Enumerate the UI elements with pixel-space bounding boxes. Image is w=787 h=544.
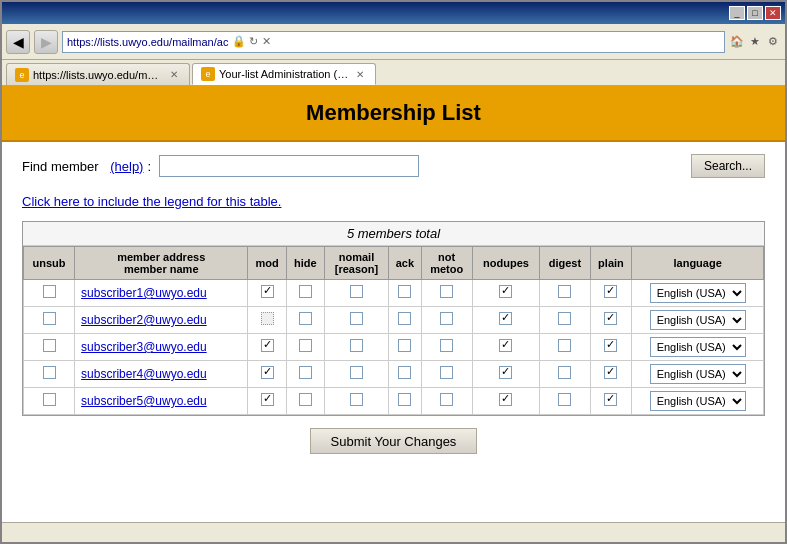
checkbox[interactable]: ✓ — [499, 393, 512, 406]
member-email-link[interactable]: subscriber5@uwyo.edu — [81, 394, 207, 408]
col-ack: ack — [389, 247, 421, 280]
search-label: Find member — [22, 159, 99, 174]
checkbox[interactable] — [43, 285, 56, 298]
browser-window: _ □ ✕ ◀ ▶ https://lists.uwyo.edu/mailman… — [0, 0, 787, 544]
checkbox[interactable]: ✓ — [261, 339, 274, 352]
settings-icon[interactable]: ⚙ — [765, 34, 781, 50]
member-email-link[interactable]: subscriber3@uwyo.edu — [81, 340, 207, 354]
checkbox[interactable] — [398, 393, 411, 406]
tab-2-close[interactable]: ✕ — [353, 67, 367, 81]
submit-row: Submit Your Changes — [2, 416, 785, 466]
checkbox[interactable]: ✓ — [499, 366, 512, 379]
address-icons-inline: 🔒 ↻ ✕ — [232, 35, 270, 48]
member-email-link[interactable]: subscriber4@uwyo.edu — [81, 367, 207, 381]
checkbox[interactable]: ✓ — [261, 393, 274, 406]
checkbox[interactable]: ✓ — [499, 285, 512, 298]
search-left: Find member (help) : — [22, 155, 419, 177]
table-row: subscriber2@uwyo.edu✓✓English (USA) — [24, 307, 764, 334]
member-email-link[interactable]: subscriber2@uwyo.edu — [81, 313, 207, 327]
checkbox[interactable] — [398, 339, 411, 352]
checkbox[interactable]: ✓ — [604, 312, 617, 325]
checkbox[interactable]: ✓ — [499, 339, 512, 352]
checkbox[interactable] — [440, 312, 453, 325]
submit-button[interactable]: Submit Your Changes — [310, 428, 478, 454]
checkbox[interactable] — [299, 393, 312, 406]
page-title: Membership List — [16, 100, 771, 126]
table-row: subscriber4@uwyo.edu✓✓✓English (USA) — [24, 361, 764, 388]
tab-1[interactable]: e https://lists.uwyo.edu/mailman/ac ✕ — [6, 63, 190, 85]
forward-button[interactable]: ▶ — [34, 30, 58, 54]
back-button[interactable]: ◀ — [6, 30, 30, 54]
checkbox[interactable] — [299, 285, 312, 298]
checkbox[interactable]: ✓ — [499, 312, 512, 325]
col-hide: hide — [286, 247, 324, 280]
search-row: Find member (help) : Search... — [2, 142, 785, 190]
checkbox[interactable] — [558, 312, 571, 325]
address-bar-input[interactable]: https://lists.uwyo.edu/mailman/ac 🔒 ↻ ✕ — [62, 31, 725, 53]
language-select[interactable]: English (USA) — [650, 391, 746, 411]
language-select[interactable]: English (USA) — [650, 283, 746, 303]
checkbox[interactable] — [43, 312, 56, 325]
checkbox[interactable] — [398, 312, 411, 325]
language-select[interactable]: English (USA) — [650, 337, 746, 357]
tab-1-close[interactable]: ✕ — [167, 68, 181, 82]
col-mod: mod — [248, 247, 287, 280]
maximize-button[interactable]: □ — [747, 6, 763, 20]
tab-2-icon: e — [201, 67, 215, 81]
title-bar-buttons[interactable]: _ □ ✕ — [729, 6, 781, 20]
checkbox[interactable] — [440, 285, 453, 298]
checkbox[interactable]: ✓ — [261, 285, 274, 298]
checkbox[interactable]: ✓ — [604, 339, 617, 352]
search-input[interactable] — [159, 155, 419, 177]
tab-2-label: Your-list Administration (M... — [219, 68, 349, 80]
browser-action-icons[interactable]: 🏠 ★ ⚙ — [729, 34, 781, 50]
members-table-container: 5 members total unsub member addressmemb… — [22, 221, 765, 416]
table-row: subscriber3@uwyo.edu✓✓✓English (USA) — [24, 334, 764, 361]
checkbox[interactable] — [299, 366, 312, 379]
help-link[interactable]: (help) — [110, 159, 143, 174]
checkbox[interactable] — [350, 339, 363, 352]
checkbox[interactable] — [350, 393, 363, 406]
checkbox[interactable] — [261, 312, 274, 325]
tab-1-label: https://lists.uwyo.edu/mailman/ac — [33, 69, 163, 81]
members-table: unsub member addressmember name mod hide… — [23, 246, 764, 415]
checkbox[interactable] — [558, 285, 571, 298]
legend-link-container: Click here to include the legend for thi… — [2, 190, 785, 221]
member-email-link[interactable]: subscriber1@uwyo.edu — [81, 286, 207, 300]
search-button[interactable]: Search... — [691, 154, 765, 178]
checkbox[interactable] — [350, 312, 363, 325]
checkbox[interactable]: ✓ — [604, 366, 617, 379]
tab-2[interactable]: e Your-list Administration (M... ✕ — [192, 63, 376, 85]
checkbox[interactable] — [43, 366, 56, 379]
checkbox[interactable] — [350, 366, 363, 379]
checkbox[interactable] — [440, 339, 453, 352]
checkbox[interactable] — [440, 393, 453, 406]
checkbox[interactable]: ✓ — [604, 285, 617, 298]
tab-bar: e https://lists.uwyo.edu/mailman/ac ✕ e … — [2, 60, 785, 86]
home-icon[interactable]: 🏠 — [729, 34, 745, 50]
checkbox[interactable]: ✓ — [261, 366, 274, 379]
checkbox[interactable]: ✓ — [604, 393, 617, 406]
checkbox[interactable] — [299, 312, 312, 325]
checkbox[interactable] — [558, 366, 571, 379]
checkbox[interactable] — [440, 366, 453, 379]
language-select[interactable]: English (USA) — [650, 310, 746, 330]
language-select[interactable]: English (USA) — [650, 364, 746, 384]
legend-link[interactable]: Click here to include the legend for thi… — [22, 194, 281, 209]
page-content: Membership List Find member (help) : Sea… — [2, 86, 785, 522]
checkbox[interactable] — [558, 339, 571, 352]
close-button[interactable]: ✕ — [765, 6, 781, 20]
checkbox[interactable] — [398, 285, 411, 298]
checkbox[interactable] — [350, 285, 363, 298]
minimize-button[interactable]: _ — [729, 6, 745, 20]
checkbox[interactable] — [43, 339, 56, 352]
checkbox[interactable] — [299, 339, 312, 352]
checkbox[interactable] — [43, 393, 56, 406]
content-area: Membership List Find member (help) : Sea… — [2, 86, 785, 522]
col-digest: digest — [540, 247, 590, 280]
page-header: Membership List — [2, 86, 785, 142]
table-row: subscriber5@uwyo.edu✓✓✓English (USA) — [24, 388, 764, 415]
checkbox[interactable] — [558, 393, 571, 406]
favorites-icon[interactable]: ★ — [747, 34, 763, 50]
checkbox[interactable] — [398, 366, 411, 379]
